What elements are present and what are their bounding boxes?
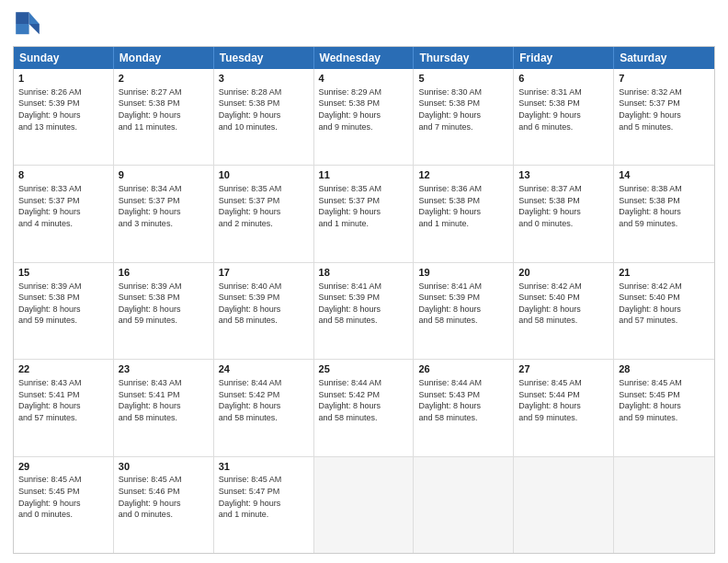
day-info: Sunrise: 8:43 AM Sunset: 5:41 PM Dayligh… — [18, 377, 108, 423]
svg-marker-0 — [29, 12, 40, 24]
day-number: 20 — [518, 266, 609, 280]
empty-cell — [514, 457, 614, 553]
day-cell-5: 5Sunrise: 8:30 AM Sunset: 5:38 PM Daylig… — [414, 69, 514, 165]
day-info: Sunrise: 8:29 AM Sunset: 5:38 PM Dayligh… — [319, 86, 409, 132]
svg-marker-1 — [29, 24, 40, 34]
day-number: 21 — [619, 266, 710, 280]
day-number: 5 — [418, 72, 508, 86]
day-cell-27: 27Sunrise: 8:45 AM Sunset: 5:44 PM Dayli… — [514, 360, 614, 455]
day-number: 27 — [518, 362, 609, 376]
day-number: 31 — [219, 460, 309, 474]
day-cell-28: 28Sunrise: 8:45 AM Sunset: 5:45 PM Dayli… — [614, 360, 714, 455]
day-header-sunday: Sunday — [14, 47, 114, 69]
day-info: Sunrise: 8:44 AM Sunset: 5:42 PM Dayligh… — [319, 377, 409, 423]
day-info: Sunrise: 8:40 AM Sunset: 5:39 PM Dayligh… — [219, 281, 309, 327]
day-cell-11: 11Sunrise: 8:35 AM Sunset: 5:37 PM Dayli… — [314, 166, 415, 261]
day-number: 14 — [619, 168, 710, 182]
day-cell-14: 14Sunrise: 8:38 AM Sunset: 5:38 PM Dayli… — [614, 166, 714, 261]
day-info: Sunrise: 8:30 AM Sunset: 5:38 PM Dayligh… — [418, 86, 508, 132]
day-info: Sunrise: 8:42 AM Sunset: 5:40 PM Dayligh… — [619, 281, 710, 327]
day-number: 25 — [319, 362, 409, 376]
day-number: 23 — [119, 362, 209, 376]
day-cell-7: 7Sunrise: 8:32 AM Sunset: 5:37 PM Daylig… — [614, 69, 714, 165]
day-cell-21: 21Sunrise: 8:42 AM Sunset: 5:40 PM Dayli… — [614, 263, 714, 359]
day-cell-29: 29Sunrise: 8:45 AM Sunset: 5:45 PM Dayli… — [14, 457, 114, 553]
calendar: SundayMondayTuesdayWednesdayThursdayFrid… — [13, 46, 715, 554]
day-info: Sunrise: 8:44 AM Sunset: 5:42 PM Dayligh… — [219, 377, 309, 423]
day-number: 26 — [418, 362, 508, 376]
day-cell-31: 31Sunrise: 8:45 AM Sunset: 5:47 PM Dayli… — [214, 457, 314, 553]
week-row-3: 15Sunrise: 8:39 AM Sunset: 5:38 PM Dayli… — [14, 262, 714, 359]
day-header-wednesday: Wednesday — [314, 47, 415, 69]
empty-cell — [414, 457, 514, 553]
day-number: 12 — [418, 168, 508, 182]
day-number: 9 — [119, 168, 209, 182]
day-info: Sunrise: 8:33 AM Sunset: 5:37 PM Dayligh… — [18, 183, 108, 229]
day-number: 19 — [418, 266, 508, 280]
day-cell-19: 19Sunrise: 8:41 AM Sunset: 5:39 PM Dayli… — [414, 263, 514, 359]
day-header-tuesday: Tuesday — [214, 47, 314, 69]
day-cell-6: 6Sunrise: 8:31 AM Sunset: 5:38 PM Daylig… — [514, 69, 614, 165]
day-cell-16: 16Sunrise: 8:39 AM Sunset: 5:38 PM Dayli… — [114, 263, 214, 359]
day-info: Sunrise: 8:45 AM Sunset: 5:45 PM Dayligh… — [619, 377, 710, 423]
day-cell-24: 24Sunrise: 8:44 AM Sunset: 5:42 PM Dayli… — [214, 360, 314, 455]
day-number: 6 — [518, 72, 609, 86]
day-info: Sunrise: 8:39 AM Sunset: 5:38 PM Dayligh… — [18, 281, 108, 327]
day-header-saturday: Saturday — [614, 47, 714, 69]
calendar-header: SundayMondayTuesdayWednesdayThursdayFrid… — [14, 47, 714, 69]
day-number: 3 — [219, 72, 309, 86]
day-header-friday: Friday — [514, 47, 614, 69]
day-number: 7 — [619, 72, 710, 86]
day-info: Sunrise: 8:39 AM Sunset: 5:38 PM Dayligh… — [119, 281, 209, 327]
day-cell-13: 13Sunrise: 8:37 AM Sunset: 5:38 PM Dayli… — [514, 166, 614, 261]
svg-rect-3 — [16, 24, 28, 34]
day-number: 24 — [219, 362, 309, 376]
page: SundayMondayTuesdayWednesdayThursdayFrid… — [0, 0, 728, 563]
day-info: Sunrise: 8:26 AM Sunset: 5:39 PM Dayligh… — [18, 86, 108, 132]
day-info: Sunrise: 8:45 AM Sunset: 5:44 PM Dayligh… — [518, 377, 609, 423]
day-info: Sunrise: 8:28 AM Sunset: 5:38 PM Dayligh… — [219, 86, 309, 132]
day-number: 11 — [319, 168, 409, 182]
day-info: Sunrise: 8:42 AM Sunset: 5:40 PM Dayligh… — [518, 281, 609, 327]
day-info: Sunrise: 8:37 AM Sunset: 5:38 PM Dayligh… — [518, 183, 609, 229]
day-cell-22: 22Sunrise: 8:43 AM Sunset: 5:41 PM Dayli… — [14, 360, 114, 455]
day-info: Sunrise: 8:45 AM Sunset: 5:45 PM Dayligh… — [18, 474, 108, 520]
day-cell-23: 23Sunrise: 8:43 AM Sunset: 5:41 PM Dayli… — [114, 360, 214, 455]
day-number: 13 — [518, 168, 609, 182]
day-cell-25: 25Sunrise: 8:44 AM Sunset: 5:42 PM Dayli… — [314, 360, 415, 455]
day-info: Sunrise: 8:35 AM Sunset: 5:37 PM Dayligh… — [319, 183, 409, 229]
day-info: Sunrise: 8:31 AM Sunset: 5:38 PM Dayligh… — [518, 86, 609, 132]
day-info: Sunrise: 8:38 AM Sunset: 5:38 PM Dayligh… — [619, 183, 710, 229]
day-info: Sunrise: 8:35 AM Sunset: 5:37 PM Dayligh… — [219, 183, 309, 229]
day-number: 1 — [18, 72, 108, 86]
week-row-4: 22Sunrise: 8:43 AM Sunset: 5:41 PM Dayli… — [14, 359, 714, 455]
day-info: Sunrise: 8:45 AM Sunset: 5:46 PM Dayligh… — [119, 474, 209, 520]
day-info: Sunrise: 8:44 AM Sunset: 5:43 PM Dayligh… — [418, 377, 508, 423]
day-number: 30 — [119, 460, 209, 474]
logo-icon — [13, 9, 42, 39]
day-cell-30: 30Sunrise: 8:45 AM Sunset: 5:46 PM Dayli… — [114, 457, 214, 553]
day-cell-12: 12Sunrise: 8:36 AM Sunset: 5:38 PM Dayli… — [414, 166, 514, 261]
svg-rect-2 — [16, 12, 28, 24]
empty-cell — [614, 457, 714, 553]
day-cell-2: 2Sunrise: 8:27 AM Sunset: 5:38 PM Daylig… — [114, 69, 214, 165]
day-number: 18 — [319, 266, 409, 280]
week-row-2: 8Sunrise: 8:33 AM Sunset: 5:37 PM Daylig… — [14, 165, 714, 261]
week-row-5: 29Sunrise: 8:45 AM Sunset: 5:45 PM Dayli… — [14, 456, 714, 553]
header — [13, 9, 715, 39]
day-cell-20: 20Sunrise: 8:42 AM Sunset: 5:40 PM Dayli… — [514, 263, 614, 359]
day-info: Sunrise: 8:34 AM Sunset: 5:37 PM Dayligh… — [119, 183, 209, 229]
day-cell-4: 4Sunrise: 8:29 AM Sunset: 5:38 PM Daylig… — [314, 69, 415, 165]
day-cell-15: 15Sunrise: 8:39 AM Sunset: 5:38 PM Dayli… — [14, 263, 114, 359]
day-info: Sunrise: 8:36 AM Sunset: 5:38 PM Dayligh… — [418, 183, 508, 229]
day-number: 15 — [18, 266, 108, 280]
day-info: Sunrise: 8:32 AM Sunset: 5:37 PM Dayligh… — [619, 86, 710, 132]
day-number: 10 — [219, 168, 309, 182]
day-cell-18: 18Sunrise: 8:41 AM Sunset: 5:39 PM Dayli… — [314, 263, 415, 359]
day-number: 8 — [18, 168, 108, 182]
day-number: 2 — [119, 72, 209, 86]
day-info: Sunrise: 8:27 AM Sunset: 5:38 PM Dayligh… — [119, 86, 209, 132]
day-cell-9: 9Sunrise: 8:34 AM Sunset: 5:37 PM Daylig… — [114, 166, 214, 261]
day-number: 4 — [319, 72, 409, 86]
calendar-body: 1Sunrise: 8:26 AM Sunset: 5:39 PM Daylig… — [14, 69, 714, 553]
